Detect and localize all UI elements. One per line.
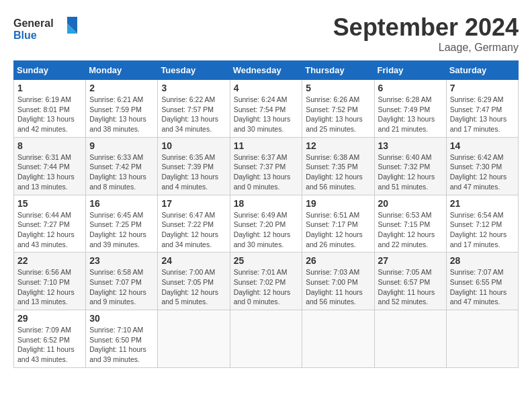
week-row: 15 Sunrise: 6:44 AM Sunset: 7:27 PM Dayl… — [14, 195, 519, 253]
day-detail: Sunrise: 6:28 AM Sunset: 7:49 PM Dayligh… — [378, 95, 443, 134]
day-number: 16 — [89, 198, 154, 209]
day-number: 13 — [378, 140, 443, 151]
day-number: 4 — [234, 83, 299, 93]
col-sunday: Sunday — [14, 61, 86, 80]
day-number: 9 — [89, 140, 154, 151]
calendar-cell — [302, 310, 374, 368]
day-number: 25 — [234, 255, 299, 266]
day-number: 23 — [89, 255, 154, 266]
day-detail: Sunrise: 6:42 AM Sunset: 7:30 PM Dayligh… — [450, 152, 515, 192]
day-detail: Sunrise: 6:31 AM Sunset: 7:44 PM Dayligh… — [17, 152, 82, 192]
calendar-cell: 25 Sunrise: 7:01 AM Sunset: 7:02 PM Dayl… — [230, 253, 302, 310]
day-detail: Sunrise: 6:51 AM Sunset: 7:17 PM Dayligh… — [306, 210, 370, 250]
calendar-cell: 27 Sunrise: 7:05 AM Sunset: 6:57 PM Dayl… — [374, 253, 446, 310]
calendar-cell: 13 Sunrise: 6:40 AM Sunset: 7:32 PM Dayl… — [374, 137, 446, 195]
day-detail: Sunrise: 6:35 AM Sunset: 7:39 PM Dayligh… — [161, 152, 226, 192]
day-number: 26 — [306, 255, 370, 266]
day-number: 21 — [450, 198, 515, 209]
day-number: 3 — [161, 83, 226, 93]
day-number: 1 — [17, 83, 82, 93]
day-number: 20 — [378, 198, 443, 209]
svg-text:General: General — [13, 17, 54, 29]
day-number: 15 — [17, 198, 82, 209]
day-number: 10 — [161, 140, 226, 151]
col-thursday: Thursday — [302, 61, 374, 80]
day-detail: Sunrise: 7:07 AM Sunset: 6:55 PM Dayligh… — [450, 267, 515, 307]
calendar-cell: 11 Sunrise: 6:37 AM Sunset: 7:37 PM Dayl… — [230, 137, 302, 195]
calendar-cell — [158, 310, 230, 368]
day-detail: Sunrise: 6:33 AM Sunset: 7:42 PM Dayligh… — [89, 152, 154, 192]
calendar-cell: 7 Sunrise: 6:29 AM Sunset: 7:47 PM Dayli… — [446, 80, 518, 138]
header-row: Sunday Monday Tuesday Wednesday Thursday… — [14, 61, 519, 80]
col-tuesday: Tuesday — [158, 61, 230, 80]
day-detail: Sunrise: 7:00 AM Sunset: 7:05 PM Dayligh… — [161, 267, 226, 307]
day-detail: Sunrise: 6:44 AM Sunset: 7:27 PM Dayligh… — [17, 210, 82, 250]
day-number: 30 — [89, 313, 154, 324]
week-row: 1 Sunrise: 6:19 AM Sunset: 8:01 PM Dayli… — [14, 80, 519, 138]
day-number: 8 — [17, 140, 82, 151]
calendar-cell: 2 Sunrise: 6:21 AM Sunset: 7:59 PM Dayli… — [86, 80, 158, 138]
calendar-cell: 29 Sunrise: 7:09 AM Sunset: 6:52 PM Dayl… — [14, 310, 86, 368]
col-wednesday: Wednesday — [230, 61, 302, 80]
day-number: 7 — [450, 83, 515, 93]
day-detail: Sunrise: 6:24 AM Sunset: 7:54 PM Dayligh… — [234, 95, 299, 134]
calendar-cell: 3 Sunrise: 6:22 AM Sunset: 7:57 PM Dayli… — [158, 80, 230, 138]
day-detail: Sunrise: 7:10 AM Sunset: 6:50 PM Dayligh… — [89, 325, 154, 365]
day-detail: Sunrise: 6:29 AM Sunset: 7:47 PM Dayligh… — [450, 95, 515, 134]
day-number: 11 — [234, 140, 299, 151]
calendar-cell: 28 Sunrise: 7:07 AM Sunset: 6:55 PM Dayl… — [446, 253, 518, 310]
day-detail: Sunrise: 6:22 AM Sunset: 7:57 PM Dayligh… — [161, 95, 226, 134]
day-number: 17 — [161, 198, 226, 209]
day-detail: Sunrise: 6:40 AM Sunset: 7:32 PM Dayligh… — [378, 152, 443, 192]
calendar-cell: 17 Sunrise: 6:47 AM Sunset: 7:22 PM Dayl… — [158, 195, 230, 253]
day-number: 6 — [378, 83, 443, 93]
day-detail: Sunrise: 6:37 AM Sunset: 7:37 PM Dayligh… — [234, 152, 299, 192]
calendar-cell: 19 Sunrise: 6:51 AM Sunset: 7:17 PM Dayl… — [302, 195, 374, 253]
day-number: 12 — [306, 140, 370, 151]
day-detail: Sunrise: 6:53 AM Sunset: 7:15 PM Dayligh… — [378, 210, 443, 250]
calendar-cell: 10 Sunrise: 6:35 AM Sunset: 7:39 PM Dayl… — [158, 137, 230, 195]
calendar-cell — [230, 310, 302, 368]
calendar-cell: 15 Sunrise: 6:44 AM Sunset: 7:27 PM Dayl… — [14, 195, 86, 253]
week-row: 22 Sunrise: 6:56 AM Sunset: 7:10 PM Dayl… — [14, 253, 519, 310]
day-detail: Sunrise: 7:03 AM Sunset: 7:00 PM Dayligh… — [306, 267, 370, 307]
calendar-cell: 8 Sunrise: 6:31 AM Sunset: 7:44 PM Dayli… — [14, 137, 86, 195]
calendar-cell: 6 Sunrise: 6:28 AM Sunset: 7:49 PM Dayli… — [374, 80, 446, 138]
day-detail: Sunrise: 7:01 AM Sunset: 7:02 PM Dayligh… — [234, 267, 299, 307]
day-number: 22 — [17, 255, 82, 266]
calendar-cell: 21 Sunrise: 6:54 AM Sunset: 7:12 PM Dayl… — [446, 195, 518, 253]
calendar-cell: 26 Sunrise: 7:03 AM Sunset: 7:00 PM Dayl… — [302, 253, 374, 310]
title-block: September 2024 Laage, Germany — [333, 13, 519, 54]
calendar-cell: 24 Sunrise: 7:00 AM Sunset: 7:05 PM Dayl… — [158, 253, 230, 310]
calendar-cell — [446, 310, 518, 368]
calendar-cell: 12 Sunrise: 6:38 AM Sunset: 7:35 PM Dayl… — [302, 137, 374, 195]
calendar-cell: 30 Sunrise: 7:10 AM Sunset: 6:50 PM Dayl… — [86, 310, 158, 368]
month-title: September 2024 — [333, 13, 519, 42]
calendar-cell: 18 Sunrise: 6:49 AM Sunset: 7:20 PM Dayl… — [230, 195, 302, 253]
day-number: 18 — [234, 198, 299, 209]
day-detail: Sunrise: 6:58 AM Sunset: 7:07 PM Dayligh… — [89, 267, 154, 307]
day-detail: Sunrise: 7:09 AM Sunset: 6:52 PM Dayligh… — [17, 325, 82, 365]
calendar-cell: 9 Sunrise: 6:33 AM Sunset: 7:42 PM Dayli… — [86, 137, 158, 195]
day-number: 28 — [450, 255, 515, 266]
day-number: 29 — [17, 313, 82, 324]
col-friday: Friday — [374, 61, 446, 80]
day-detail: Sunrise: 6:26 AM Sunset: 7:52 PM Dayligh… — [306, 95, 370, 134]
week-row: 29 Sunrise: 7:09 AM Sunset: 6:52 PM Dayl… — [14, 310, 519, 368]
calendar-cell — [374, 310, 446, 368]
logo-svg: General Blue — [13, 13, 87, 44]
day-number: 27 — [378, 255, 443, 266]
calendar-cell: 1 Sunrise: 6:19 AM Sunset: 8:01 PM Dayli… — [14, 80, 86, 138]
calendar-cell: 16 Sunrise: 6:45 AM Sunset: 7:25 PM Dayl… — [86, 195, 158, 253]
location: Laage, Germany — [333, 42, 519, 54]
week-row: 8 Sunrise: 6:31 AM Sunset: 7:44 PM Dayli… — [14, 137, 519, 195]
col-saturday: Saturday — [446, 61, 518, 80]
day-detail: Sunrise: 6:56 AM Sunset: 7:10 PM Dayligh… — [17, 267, 82, 307]
calendar-cell: 4 Sunrise: 6:24 AM Sunset: 7:54 PM Dayli… — [230, 80, 302, 138]
calendar-cell: 5 Sunrise: 6:26 AM Sunset: 7:52 PM Dayli… — [302, 80, 374, 138]
day-detail: Sunrise: 7:05 AM Sunset: 6:57 PM Dayligh… — [378, 267, 443, 307]
day-number: 19 — [306, 198, 370, 209]
day-number: 2 — [89, 83, 154, 93]
day-detail: Sunrise: 6:45 AM Sunset: 7:25 PM Dayligh… — [89, 210, 154, 250]
logo: General Blue — [13, 13, 87, 47]
